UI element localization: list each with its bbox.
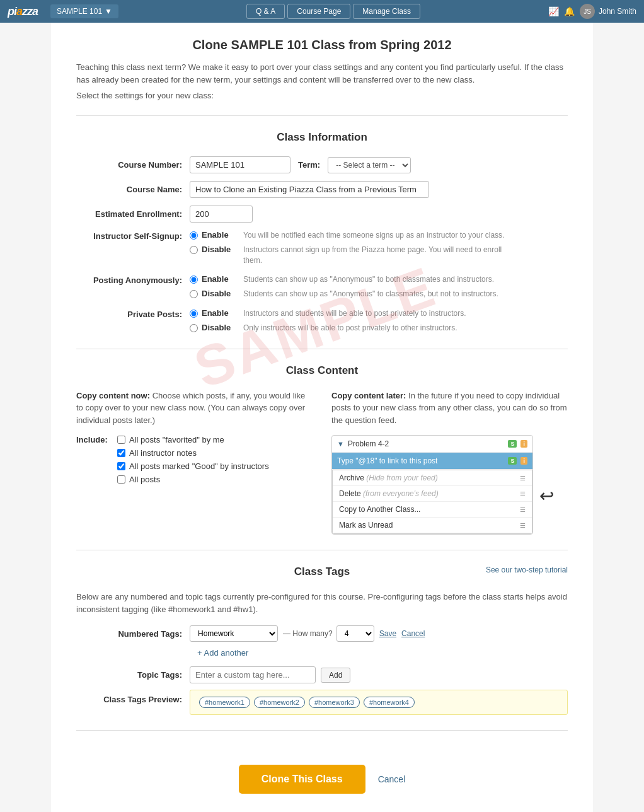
archive-item[interactable]: Archive (Hide from your feed) ☰ bbox=[333, 470, 532, 486]
header: piazza SAMPLE 101 ▼ Q & A Course Page Ma… bbox=[0, 0, 644, 23]
qa-nav-btn[interactable]: Q & A bbox=[246, 4, 285, 19]
cancel-tag-button[interactable]: Cancel bbox=[401, 629, 425, 638]
course-page-nav-btn[interactable]: Course Page bbox=[287, 4, 350, 19]
term-select[interactable]: -- Select a term -- bbox=[328, 157, 411, 173]
instructor-disable-desc: Instructors cannot sign up from the Piaz… bbox=[243, 245, 508, 266]
checkbox-instructor-notes: All instructor notes bbox=[117, 448, 269, 458]
tag-homework3: #homework3 bbox=[309, 697, 360, 708]
tags-intro: Below are any numbered and topic tags cu… bbox=[76, 591, 568, 615]
post-badge-s2: S bbox=[508, 457, 517, 465]
copy-arrow-icon: ↩ bbox=[539, 485, 554, 506]
cancel-button[interactable]: Cancel bbox=[378, 774, 406, 784]
delete-label: Delete (from everyone's feed) bbox=[339, 489, 439, 498]
user-info[interactable]: JS John Smith bbox=[580, 4, 636, 19]
enrollment-row: Estimated Enrollment: bbox=[76, 206, 568, 223]
archive-label: Archive (Hide from your feed) bbox=[339, 473, 438, 482]
numbered-tags-select[interactable]: Homework bbox=[190, 625, 278, 642]
instructor-disable-row: Disable Instructors cannot sign up from … bbox=[190, 245, 508, 266]
howmany-label: — How many? bbox=[283, 629, 333, 638]
good-posts-checkbox[interactable] bbox=[117, 462, 125, 470]
topic-tags-label: Topic Tags: bbox=[76, 670, 190, 680]
tags-preview-area: #homework1 #homework2 #homework3 #homewo… bbox=[190, 690, 568, 715]
post-item-2-title: Type "@18" to link to this post bbox=[337, 456, 504, 465]
copy-class-item[interactable]: Copy to Another Class... ☰ bbox=[333, 502, 532, 518]
add-tag-button[interactable]: Add bbox=[321, 668, 350, 683]
instructor-enable-radio[interactable] bbox=[190, 231, 198, 240]
copy-later-bold: Copy content later: bbox=[331, 391, 406, 400]
posting-anon-group: Posting Anonymously: Enable Students can… bbox=[76, 274, 568, 299]
notification-icon[interactable]: 🔔 bbox=[564, 6, 575, 16]
instructor-enable-row: Enable You will be notified each time so… bbox=[190, 230, 508, 241]
tags-preview-row: Class Tags Preview: #homework1 #homework… bbox=[76, 690, 568, 715]
instructor-notes-checkbox[interactable] bbox=[117, 449, 125, 457]
course-number-input[interactable] bbox=[190, 156, 290, 173]
posting-enable-label: Enable bbox=[202, 274, 239, 284]
post-item-2[interactable]: Type "@18" to link to this post S i bbox=[332, 453, 532, 470]
course-number-row: Course Number: Term: -- Select a term -- bbox=[76, 156, 568, 173]
favorited-checkbox[interactable] bbox=[117, 436, 125, 444]
private-disable-row: Disable Only instructors will be able to… bbox=[190, 323, 466, 334]
course-name-label: Course Name: bbox=[76, 185, 190, 194]
post-item-1[interactable]: ▼ Problem 4-2 S i bbox=[332, 436, 532, 453]
include-label: Include: bbox=[76, 435, 117, 444]
private-enable-radio[interactable] bbox=[190, 310, 198, 318]
posting-disable-radio[interactable] bbox=[190, 290, 198, 298]
copy-now-intro: Copy content now: Choose which posts, if… bbox=[76, 390, 313, 427]
checkbox-favorited: All posts "favorited" by me bbox=[117, 435, 269, 444]
delete-item[interactable]: Delete (from everyone's feed) ☰ bbox=[333, 486, 532, 502]
tags-preview-label: Class Tags Preview: bbox=[76, 690, 190, 704]
favorited-label: All posts "favorited" by me bbox=[129, 435, 224, 444]
private-posts-options: Enable Instructors and students will be … bbox=[190, 308, 466, 334]
numbered-tags-label: Numbered Tags: bbox=[76, 629, 190, 639]
content-columns: Copy content now: Choose which posts, if… bbox=[76, 390, 568, 535]
course-selector[interactable]: SAMPLE 101 ▼ bbox=[50, 4, 118, 18]
manage-class-nav-btn[interactable]: Manage Class bbox=[353, 4, 420, 19]
class-tags-section: Class Tags See our two-step tutorial Bel… bbox=[76, 566, 568, 715]
instructor-disable-radio[interactable] bbox=[190, 246, 198, 254]
instructor-enable-label: Enable bbox=[202, 230, 239, 240]
include-row: Include: All posts "favorited" by me All… bbox=[76, 435, 313, 484]
tutorial-link[interactable]: See our two-step tutorial bbox=[486, 566, 568, 574]
clone-button[interactable]: Clone This Class bbox=[239, 765, 365, 794]
archive-icon: ☰ bbox=[520, 475, 526, 482]
post-feed: ▼ Problem 4-2 S i Type "@18" to link to … bbox=[331, 435, 533, 535]
topic-tags-row: Topic Tags: Add bbox=[76, 666, 568, 683]
howmany-select[interactable]: 4 bbox=[336, 625, 374, 642]
all-posts-label: All posts bbox=[129, 475, 160, 484]
private-posts-group: Private Posts: Enable Instructors and st… bbox=[76, 308, 568, 334]
enrollment-input[interactable] bbox=[190, 206, 253, 223]
private-disable-radio[interactable] bbox=[190, 324, 198, 332]
bottom-actions: Clone This Class Cancel bbox=[76, 746, 568, 800]
delete-icon: ☰ bbox=[520, 490, 526, 497]
add-another-link[interactable]: + Add another bbox=[197, 648, 248, 658]
unread-item[interactable]: Mark as Unread ☰ bbox=[333, 518, 532, 533]
save-tag-button[interactable]: Save bbox=[379, 629, 396, 638]
page-title: Clone SAMPLE 101 Class from Spring 2012 bbox=[76, 38, 568, 52]
class-info-title: Class Information bbox=[76, 131, 568, 144]
instructor-signup-label: Instructor Self-Signup: bbox=[76, 230, 190, 265]
all-posts-checkbox[interactable] bbox=[117, 475, 125, 484]
class-content-section: Class Content Copy content now: Choose w… bbox=[76, 364, 568, 535]
instructor-disable-label: Disable bbox=[202, 245, 239, 254]
logo: piazza bbox=[8, 5, 38, 18]
class-content-title: Class Content bbox=[76, 364, 568, 377]
howmany-group: — How many? 4 bbox=[283, 625, 374, 642]
course-name-input[interactable] bbox=[190, 181, 429, 198]
post-item-1-title: Problem 4-2 bbox=[348, 439, 505, 448]
private-posts-label: Private Posts: bbox=[76, 308, 190, 334]
tag-homework1: #homework1 bbox=[199, 697, 250, 708]
select-settings-text: Select the settings for your new class: bbox=[76, 91, 568, 100]
topic-input[interactable] bbox=[190, 666, 316, 683]
copy-class-icon: ☰ bbox=[520, 506, 526, 513]
posting-anon-options: Enable Students can show up as "Anonymou… bbox=[190, 274, 498, 299]
instructor-enable-desc: You will be notified each time someone s… bbox=[243, 230, 504, 241]
posting-enable-radio[interactable] bbox=[190, 276, 198, 284]
numbered-tags-input-group: Homework — How many? 4 Save Cancel bbox=[190, 625, 425, 642]
page-intro: Teaching this class next term? We make i… bbox=[76, 61, 568, 86]
post-badge-i2: i bbox=[520, 457, 527, 465]
posting-disable-desc: Students can show up as "Anonymous" to c… bbox=[243, 289, 498, 299]
stats-icon[interactable]: 📈 bbox=[548, 6, 559, 16]
unread-icon: ☰ bbox=[520, 522, 526, 529]
instructor-signup-options: Enable You will be notified each time so… bbox=[190, 230, 508, 265]
posting-enable-desc: Students can show up as "Anonymous" to b… bbox=[243, 274, 494, 285]
